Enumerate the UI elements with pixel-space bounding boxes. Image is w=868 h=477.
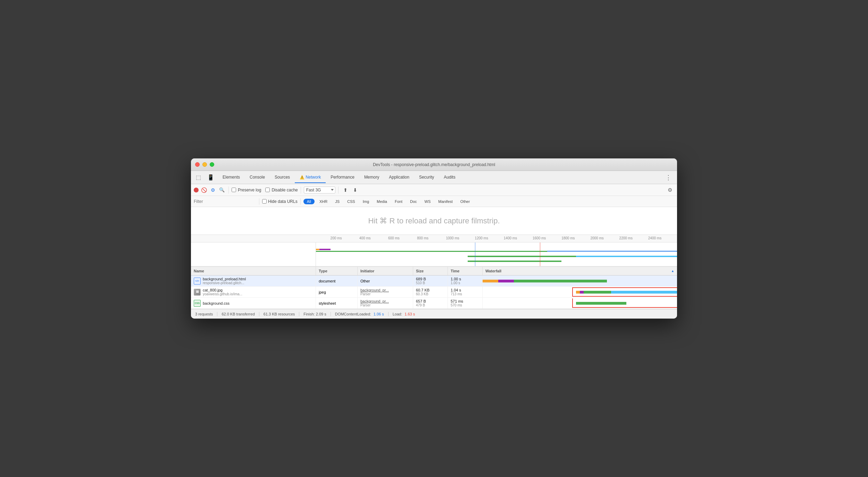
disable-cache-checkbox[interactable] <box>265 188 270 192</box>
wf-bar-wait-0 <box>514 280 607 282</box>
gear-button[interactable]: ⚙ <box>666 186 674 194</box>
filter-other-button[interactable]: Other <box>458 199 473 204</box>
table-row[interactable]: </> background_preload.html responsive-p… <box>191 275 677 287</box>
throttle-select[interactable]: Fast 3G No throttling Slow 3G Offline <box>304 187 335 194</box>
traffic-lights <box>195 162 214 167</box>
th-type[interactable]: Type <box>316 267 358 275</box>
cursor-icon[interactable]: ⬚ <box>194 173 203 182</box>
preserve-log-checkbox[interactable] <box>232 188 236 192</box>
filter-doc-button[interactable]: Doc <box>407 199 420 204</box>
row1-name: cat_800.jpg <box>203 288 242 292</box>
filter-font-button[interactable]: Font <box>392 199 405 204</box>
th-time[interactable]: Time <box>448 267 483 275</box>
record-button[interactable] <box>194 188 199 192</box>
load-line <box>540 242 540 266</box>
td-size-1: 60.7 KB 60.3 KB <box>413 287 448 297</box>
status-dcl-value: 1.06 s <box>374 312 384 316</box>
preserve-log-label[interactable]: Preserve log <box>232 188 261 192</box>
devtools-window: DevTools - responsive-preload.glitch.me/… <box>191 158 677 319</box>
row0-url: responsive-preload.glitch... <box>203 281 246 285</box>
table-row[interactable]: 🖼 cat_800.jpg yoavweiss.github.io/ima...… <box>191 287 677 298</box>
wf-bar-ssl-0 <box>498 280 514 282</box>
close-button[interactable] <box>195 162 200 167</box>
img-icon: 🖼 <box>194 289 201 296</box>
filter-all-button[interactable]: All <box>303 199 315 204</box>
status-dcl: DOMContentLoaded: 1.06 s <box>331 312 389 316</box>
dom-content-line <box>475 242 475 266</box>
filter-css-button[interactable]: CSS <box>344 199 358 204</box>
bar-r3-green <box>468 261 561 262</box>
th-initiator[interactable]: Initiator <box>358 267 413 275</box>
filmstrip-hint: Hit ⌘ R to reload and capture filmstrip. <box>368 216 500 225</box>
filter-ws-button[interactable]: WS <box>422 199 434 204</box>
wf-bar-ssl-1 <box>580 291 584 294</box>
sort-arrow: ▲ <box>671 269 674 273</box>
css-icon: CSS <box>194 300 201 307</box>
timeline-bars-right <box>316 242 677 266</box>
tab-application[interactable]: Application <box>384 172 414 183</box>
bar-receiving <box>468 251 547 252</box>
html-icon: </> <box>194 278 201 285</box>
tick-800: 800 ms <box>417 236 428 240</box>
filter-input[interactable] <box>194 199 256 204</box>
tab-sources[interactable]: Sources <box>270 172 295 183</box>
bar-blue <box>547 251 677 252</box>
search-button[interactable]: 🔍 <box>218 186 226 194</box>
tick-600: 600 ms <box>388 236 400 240</box>
window-title: DevTools - responsive-preload.glitch.me/… <box>373 162 495 167</box>
td-initiator-0: Other <box>358 275 413 286</box>
status-bar: 3 requests 62.0 KB transferred 61.3 KB r… <box>191 309 677 319</box>
filter-js-button[interactable]: JS <box>332 199 342 204</box>
mobile-icon[interactable]: 📱 <box>205 173 216 182</box>
status-transferred: 62.0 KB transferred <box>217 312 259 316</box>
table-row[interactable]: CSS background.css stylesheet background… <box>191 298 677 309</box>
td-size-2: 657 B 479 B <box>413 298 448 309</box>
tick-1200: 1200 ms <box>475 236 488 240</box>
wf-bar-dns-1 <box>576 291 580 294</box>
minimize-button[interactable] <box>202 162 207 167</box>
th-size[interactable]: Size <box>413 267 448 275</box>
tab-security[interactable]: Security <box>414 172 439 183</box>
title-bar: DevTools - responsive-preload.glitch.me/… <box>191 158 677 171</box>
timeline-bars-left <box>191 242 316 266</box>
filter-xhr-button[interactable]: XHR <box>317 199 330 204</box>
wf-bar-dns-0 <box>483 280 498 282</box>
td-name-2: CSS background.css <box>191 298 316 309</box>
td-name-1: 🖼 cat_800.jpg yoavweiss.github.io/ima... <box>191 287 316 297</box>
td-type-2: stylesheet <box>316 298 358 309</box>
td-initiator-1: background_pr... Parser <box>358 287 413 297</box>
tab-elements[interactable]: Elements <box>218 172 245 183</box>
filter-media-button[interactable]: Media <box>374 199 390 204</box>
filter-bar: Hide data URLs All XHR JS CSS Img Media … <box>191 196 677 207</box>
row2-name: background.css <box>203 301 229 305</box>
filter-img-button[interactable]: Img <box>360 199 372 204</box>
hide-data-urls-label[interactable]: Hide data URLs <box>262 199 298 204</box>
download-button[interactable]: ⬇ <box>351 186 359 194</box>
wf-bar-recv-1 <box>611 291 677 294</box>
tab-audits[interactable]: Audits <box>439 172 460 183</box>
tab-memory[interactable]: Memory <box>359 172 384 183</box>
td-waterfall-2 <box>483 298 677 309</box>
clear-button[interactable]: 🚫 <box>200 186 208 194</box>
timeline-ruler: 200 ms 400 ms 600 ms 800 ms 1000 ms 1200… <box>191 235 677 242</box>
tab-network[interactable]: Network <box>295 172 326 183</box>
th-waterfall[interactable]: Waterfall ▲ <box>483 267 677 275</box>
disable-cache-label[interactable]: Disable cache <box>265 188 298 192</box>
tab-performance[interactable]: Performance <box>326 172 359 183</box>
devtools-icons: ⬚ 📱 <box>194 173 216 182</box>
th-name[interactable]: Name <box>191 267 316 275</box>
td-time-0: 1.00 s 1.00 s <box>448 275 483 286</box>
filmstrip-area: Hit ⌘ R to reload and capture filmstrip. <box>191 207 677 235</box>
tick-2400: 2400 ms <box>648 236 661 240</box>
bar-waiting <box>316 251 468 252</box>
tab-console[interactable]: Console <box>245 172 270 183</box>
more-tabs-button[interactable]: ⋮ <box>662 172 674 183</box>
filter-button[interactable]: ⚙ <box>209 186 217 194</box>
upload-button[interactable]: ⬆ <box>341 186 350 194</box>
bar-r2-blue <box>576 256 677 257</box>
filter-manifest-button[interactable]: Manifest <box>435 199 456 204</box>
hide-data-urls-checkbox[interactable] <box>262 199 267 204</box>
tick-2000: 2000 ms <box>590 236 603 240</box>
maximize-button[interactable] <box>210 162 214 167</box>
td-name-0: </> background_preload.html responsive-p… <box>191 275 316 286</box>
